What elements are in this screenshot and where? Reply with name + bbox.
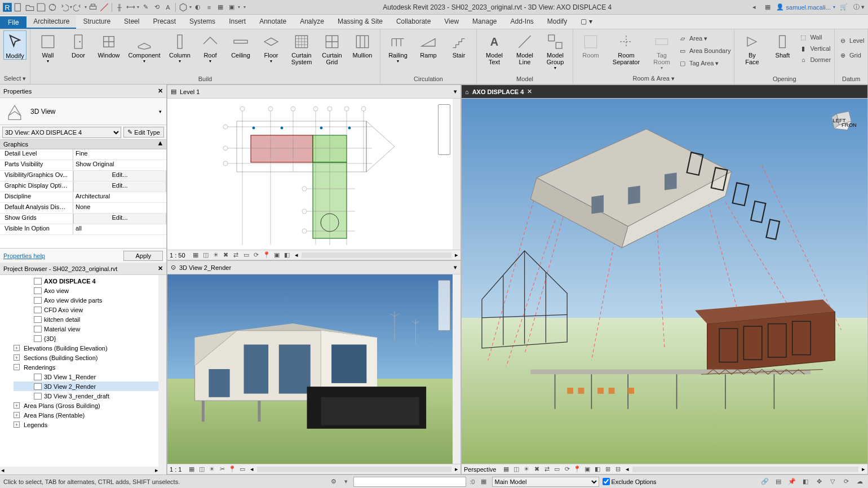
scrollbar-v[interactable] xyxy=(158,275,166,467)
tree-node[interactable]: 3D View 3_render_draft xyxy=(14,391,164,401)
view-scale[interactable]: 1 : 1 xyxy=(170,466,181,473)
opening-dormer-button[interactable]: ⌂Dormer xyxy=(799,54,831,65)
opening-vertical-button[interactable]: ▮Vertical xyxy=(799,43,831,54)
vc-icon[interactable]: 📍 xyxy=(228,465,237,473)
panel-select-title[interactable]: Select ▾ xyxy=(3,74,26,83)
room-separator-button[interactable]: Room Separator xyxy=(607,30,645,65)
vc-icon[interactable]: ✖ xyxy=(222,251,231,259)
column-button[interactable]: Column▾ xyxy=(166,30,194,64)
user-account[interactable]: 👤 samuel.macali... ▾ xyxy=(776,3,835,11)
view-canvas-axo[interactable]: LEFT FRON xyxy=(462,99,867,464)
tree-node[interactable]: Material view xyxy=(14,324,164,334)
thin-lines-icon[interactable]: ≡ xyxy=(204,2,214,12)
by-face-button[interactable]: By Face xyxy=(738,30,766,65)
view-tab-axo[interactable]: ⌂ AXO DISPLACE 4 ✕ xyxy=(462,85,867,99)
vc-icon[interactable]: ◫ xyxy=(197,465,206,473)
project-browser[interactable]: AXO DISPLACE 4Axo viewAxo view divide pa… xyxy=(0,275,166,474)
select-pinned-icon[interactable]: 📌 xyxy=(787,477,797,486)
section-icon[interactable]: ◐ xyxy=(193,2,203,12)
view-canvas-render[interactable] xyxy=(167,274,460,464)
panel-room-title[interactable]: Room & Area ▾ xyxy=(577,74,730,83)
vc-icon[interactable]: 📍 xyxy=(262,251,271,259)
stair-button[interactable]: Stair xyxy=(445,30,473,59)
scrollbar-v[interactable] xyxy=(453,274,460,464)
vc-icon[interactable]: ⟳ xyxy=(563,465,572,473)
opening-wall-button[interactable]: ⬚Wall xyxy=(799,32,831,43)
editable-only-icon[interactable]: ▦ xyxy=(479,477,489,486)
close-icon[interactable]: ✕ xyxy=(158,87,163,95)
redo-icon[interactable] xyxy=(73,2,83,12)
close-hidden-icon[interactable]: ▦ xyxy=(215,2,225,12)
property-row[interactable]: DisciplineArchitectural xyxy=(0,192,166,203)
nav-bar[interactable] xyxy=(438,104,450,155)
vc-icon[interactable]: ◧ xyxy=(282,251,291,259)
drag-icon[interactable]: ✥ xyxy=(814,477,824,486)
align-icon[interactable]: ╫ xyxy=(114,2,125,12)
door-button[interactable]: Door xyxy=(64,30,92,59)
undo-icon[interactable] xyxy=(59,2,69,12)
property-row[interactable]: Visibility/Graphics Ov...Edit... xyxy=(0,171,166,181)
filter-icon[interactable]: ▽ xyxy=(827,477,838,486)
property-row[interactable]: Parts VisibilityShow Original xyxy=(0,160,166,171)
print-icon[interactable] xyxy=(88,2,98,12)
roof-button[interactable]: Roof▾ xyxy=(196,30,224,64)
scrollbar-v[interactable] xyxy=(453,99,460,250)
view-scale[interactable]: Perspective xyxy=(464,466,496,473)
vc-icon[interactable]: ▣ xyxy=(272,251,281,259)
tree-node[interactable]: 3D View 1_Render xyxy=(14,372,164,381)
view-tab-level1[interactable]: ▤ Level 1 ▾ xyxy=(167,85,460,99)
revit-logo[interactable]: R xyxy=(2,2,12,12)
mirror-icon[interactable]: ⟲ xyxy=(152,2,162,12)
text-icon[interactable]: A xyxy=(163,2,173,12)
help-icon[interactable]: ⓘ ▾ xyxy=(852,2,866,12)
keyin-icon[interactable]: ▦ xyxy=(763,2,773,12)
apply-button[interactable]: Apply xyxy=(123,251,163,261)
ribbon-expand[interactable]: ▢ ▾ xyxy=(574,15,599,29)
tab-annotate[interactable]: Annotate xyxy=(253,15,293,29)
type-selector[interactable]: 3D View ▾ xyxy=(0,98,166,125)
viewcube[interactable]: LEFT FRON xyxy=(827,107,856,136)
property-row[interactable]: Visible In Optionall xyxy=(0,224,166,235)
tree-node[interactable]: AXO DISPLACE 4 xyxy=(14,276,164,286)
select-links-icon[interactable]: 🔗 xyxy=(760,477,770,486)
tree-node[interactable]: −Renderings xyxy=(14,362,164,372)
tree-node[interactable]: Axo view xyxy=(14,286,164,295)
new-icon[interactable] xyxy=(14,2,24,12)
vc-icon[interactable]: ☀ xyxy=(207,465,216,473)
property-row[interactable]: Show GridsEdit... xyxy=(0,214,166,224)
tab-modify[interactable]: Modify xyxy=(541,15,574,29)
grid-button[interactable]: ⊕Grid xyxy=(838,50,864,61)
vc-icon[interactable]: ◫ xyxy=(201,251,210,259)
mullion-button[interactable]: Mullion xyxy=(348,30,377,59)
dim-icon[interactable]: ⟷ xyxy=(126,2,136,12)
tab-precast[interactable]: Precast xyxy=(146,15,183,29)
tab-insert[interactable]: Insert xyxy=(222,15,253,29)
vc-icon[interactable]: ✂ xyxy=(218,465,227,473)
model-text-button[interactable]: AModel Text xyxy=(480,30,508,65)
view-scale[interactable]: 1 : 50 xyxy=(170,252,185,259)
ramp-button[interactable]: Ramp xyxy=(414,30,442,59)
window-button[interactable]: Window xyxy=(95,30,123,59)
model-line-button[interactable]: Model Line xyxy=(511,30,539,65)
tag-room-button[interactable]: Tag Room▾ xyxy=(648,30,676,70)
ceiling-button[interactable]: Ceiling xyxy=(227,30,255,59)
cart-icon[interactable]: 🛒 xyxy=(839,2,849,12)
vc-icon[interactable]: ▦ xyxy=(187,465,196,473)
vc-icon[interactable]: ⊟ xyxy=(613,465,622,473)
room-button[interactable]: Room xyxy=(577,30,605,59)
vc-icon[interactable]: ◧ xyxy=(593,465,602,473)
tree-node[interactable]: kitchen detail xyxy=(14,314,164,324)
search-nav-icon[interactable]: ◂ xyxy=(749,2,759,12)
tree-node[interactable]: +Legends xyxy=(14,420,164,429)
scrollbar-h[interactable]: ◂▸ xyxy=(0,467,166,474)
file-tab[interactable]: File xyxy=(0,16,26,29)
wall-button[interactable]: Wall▾ xyxy=(34,30,62,64)
vc-icon[interactable]: ▦ xyxy=(502,465,511,473)
tree-node[interactable]: +Sections (Building Section) xyxy=(14,353,164,362)
vc-icon[interactable]: ⇄ xyxy=(542,465,551,473)
vc-icon[interactable]: ▭ xyxy=(238,465,247,473)
vc-icon[interactable]: ⟳ xyxy=(252,251,261,259)
properties-help-link[interactable]: Properties help xyxy=(3,252,45,259)
tab-massing[interactable]: Massing & Site xyxy=(331,15,389,29)
vc-icon[interactable]: ▭ xyxy=(552,465,561,473)
